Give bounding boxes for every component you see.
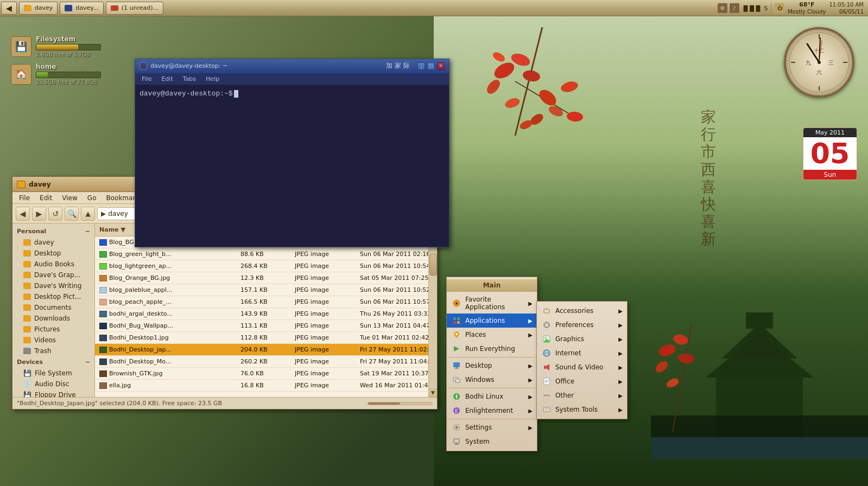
filemanager-scrollbar[interactable]: ▲ ▼ [428,223,437,397]
desktop-icon [452,361,461,370]
sidebar-devices-collapse[interactable]: − [85,359,90,366]
terminal-menu-file[interactable]: File [137,74,156,84]
terminal-close-btn[interactable]: ✕ [437,62,445,70]
fm-up-btn[interactable]: ▲ [81,207,95,221]
table-row[interactable]: Blog_Orange_BG.jpg 12.3 KB JPEG image Sa… [95,272,428,284]
terminal-menu-edit[interactable]: Edit [157,74,177,84]
weather-widget: 68°F Mostly Cloudy [788,1,826,15]
home-bar-container [36,72,101,78]
terminal-maximize-btn[interactable]: □ [427,62,435,70]
fm-refresh-btn[interactable]: ↺ [48,207,62,221]
power-icon[interactable]: ⏻ [775,3,784,13]
sidebar-item-pictures[interactable]: Pictures [12,324,94,335]
fm-forward-btn[interactable]: ▶ [32,207,46,221]
menu-item-places[interactable]: Places ▶ [447,328,537,342]
svg-marker-46 [454,346,459,351]
menu-item-settings[interactable]: Settings ▶ [447,420,537,434]
menu-item-run-everything[interactable]: Run Everything [447,342,537,356]
mail-button[interactable]: (1 unread)... [106,2,163,15]
table-row[interactable]: ella.jpg 16.8 KB JPEG image Wed 16 Mar 2… [95,380,428,392]
sidebar-item-davesgrap[interactable]: Dave's Grap... [12,270,94,280]
svg-point-79 [544,395,546,397]
sidebar-item-trash[interactable]: Trash [12,346,94,356]
menu-item-windows[interactable]: Windows ▶ [447,373,537,387]
svg-point-8 [560,80,579,94]
filemanager-file-list[interactable]: Name ▼ Size Type Date Modified Blog_BG_B… [95,223,428,397]
menu-item-enlightenment[interactable]: E Enlightenment ▶ [447,404,537,418]
fm-menu-go[interactable]: Go [83,193,101,203]
sidebar-item-floppydrive[interactable]: 💾 Floppy Drive [12,389,94,397]
scroll-down-arrow[interactable]: ▼ [429,388,438,397]
fm-menu-view[interactable]: View [58,193,81,203]
menu-item-desktop[interactable]: Desktop ▶ [447,359,537,373]
menu-item-applications[interactable]: Applications ▶ [447,314,537,328]
places-arrow: ▶ [528,332,533,338]
sidebar-item-videos[interactable]: Videos [12,335,94,346]
table-row[interactable]: Bodhi_Desktop_jap... 204.0 KB JPEG image… [95,344,428,356]
svg-rect-48 [455,367,458,368]
fm-menu-edit[interactable]: Edit [35,193,56,203]
davey-folder-button[interactable]: davey [19,2,58,15]
fm-search-btn[interactable]: 🔍 [65,207,79,221]
sidebar-item-filesystem[interactable]: 💾 File System [12,368,94,379]
back-button[interactable]: ◀ [1,2,17,15]
windows-arrow: ▶ [528,377,533,383]
submenu-item-graphics[interactable]: Graphics ▶ [537,332,627,346]
scroll-thumb[interactable] [429,254,437,276]
sidebar-item-downloads[interactable]: Downloads [12,313,94,324]
table-row[interactable]: blog_paleblue_appl... 157.1 KB JPEG imag… [95,284,428,296]
terminal-button[interactable]: davey... [60,2,103,15]
windows-icon [452,375,461,384]
submenu-item-office[interactable]: Office ▶ [537,374,627,388]
terminal-body[interactable]: davey@davey-desktop:~$ [135,85,449,247]
terminal-menu-help[interactable]: Help [201,74,224,84]
svg-rect-84 [544,410,548,410]
sidebar-item-audiodisc[interactable]: 💿 Audio Disc [12,379,94,389]
svg-point-81 [548,395,550,397]
submenu-item-system-tools[interactable]: System Tools ▶ [537,402,627,417]
sidebar-item-desktoppict[interactable]: Desktop Pict... [12,291,94,302]
settings-tray-icon[interactable]: ⚙ [718,3,727,13]
favorite-apps-arrow: ▶ [528,300,533,306]
table-row[interactable]: Blog_green_light_b... 88.6 KB JPEG image… [95,248,428,260]
table-row[interactable]: Bodhi_Desktop_Mo... 260.2 KB JPEG image … [95,356,428,368]
sidebar-personal-collapse[interactable]: − [85,228,90,235]
svg-rect-61 [546,308,548,310]
table-row[interactable]: blog_peach_apple_... 166.5 KB JPEG image… [95,296,428,308]
table-row[interactable]: Brownish_GTK.jpg 76.0 KB JPEG image Sat … [95,368,428,380]
terminal-window: davey@davey-desktop: ~ 加 家 际 _ □ ✕ File … [135,59,449,247]
table-row[interactable]: bodhi_argal_deskto... 143.9 KB JPEG imag… [95,308,428,320]
volume-tray-icon[interactable]: ♪ [730,3,739,13]
sidebar-item-documents[interactable]: Documents [12,302,94,313]
terminal-menu-tabs[interactable]: Tabs [179,74,200,84]
sidebar-item-desktop[interactable]: Desktop [12,248,94,259]
fm-zoom-bar[interactable] [368,402,433,405]
terminal-minimize-btn[interactable]: _ [417,62,425,70]
sidebar-item-daveswriting[interactable]: Dave's Writing [12,280,94,291]
submenu-item-preferences[interactable]: Preferences ▶ [537,318,627,332]
fm-menu-file[interactable]: File [15,193,34,203]
svg-rect-42 [457,317,460,320]
sidebar-item-davey[interactable]: davey [12,237,94,248]
svg-rect-19 [651,437,868,459]
table-row[interactable]: Bodhi_Bug_Wallpap... 113.1 KB JPEG image… [95,320,428,332]
submenu-item-internet[interactable]: Internet ▶ [537,346,627,360]
menu-item-favorite-apps[interactable]: ★ Favorite Applications ▶ [447,293,537,314]
table-row[interactable]: Bodhi_Desktop1.jpg 112.8 KB JPEG image T… [95,332,428,344]
menu-item-system[interactable]: System [447,434,537,449]
menu-item-bodhi-linux[interactable]: Bodhi Linux ▶ [447,389,537,404]
table-row[interactable]: blog_lightgreen_ap... 268.4 KB JPEG imag… [95,260,428,272]
svg-rect-44 [457,321,460,324]
terminal-titlebar[interactable]: davey@davey-desktop: ~ 加 家 际 _ □ ✕ [135,59,449,73]
submenu-item-accessories[interactable]: Accessories ▶ [537,304,627,318]
main-menu: Main ★ Favorite Applications ▶ Applicati… [446,277,537,451]
home-disk: 🏠 home 23.5GB free of 27.8GB [11,63,101,85]
fm-back-btn[interactable]: ◀ [16,207,30,221]
submenu-item-sound-video[interactable]: Sound & Video ▶ [537,360,627,374]
sound-video-icon [542,363,551,372]
submenu-item-other[interactable]: Other ▶ [537,388,627,402]
sidebar-item-audiobooks[interactable]: Audio Books [12,259,94,270]
svg-text:九: 九 [806,60,811,66]
svg-text:★: ★ [454,301,458,306]
svg-point-34 [818,61,821,64]
